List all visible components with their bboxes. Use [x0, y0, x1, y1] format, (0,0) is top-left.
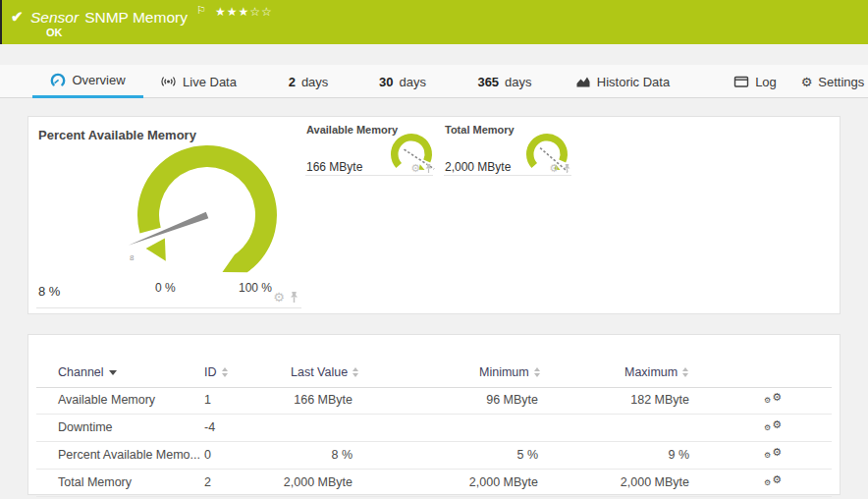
cell-maximum: 9 %	[591, 442, 689, 469]
tile-gear-icon[interactable]: ⚙	[273, 291, 285, 304]
column-header-minimum[interactable]: Minimum	[479, 365, 540, 379]
tab-live-data[interactable]: Live Data	[147, 65, 249, 98]
sensor-status-header: ✔ SensorSNMP Memory ⚐ ★★★☆☆ OK	[0, 0, 868, 44]
log-window-icon	[733, 74, 749, 89]
tab-number: 365	[477, 75, 499, 89]
area-chart-icon	[575, 74, 591, 89]
cell-minimum: 2,000 MByte	[440, 470, 538, 496]
column-header-label: Maximum	[624, 365, 678, 379]
window-edge	[0, 0, 2, 44]
sensor-title: SNMP Memory	[84, 9, 188, 26]
column-header-label: ID	[204, 365, 217, 379]
tab-label: Historic Data	[597, 75, 670, 89]
sort-icon	[534, 367, 540, 377]
cell-channel: Downtime	[58, 415, 113, 441]
tab-overview[interactable]: Overview	[32, 65, 143, 98]
tab-log[interactable]: Log	[725, 65, 786, 98]
pin-icon[interactable]	[424, 163, 433, 174]
column-header-label: Channel	[58, 365, 104, 379]
tab-30-days[interactable]: 30 days	[368, 65, 437, 98]
prtg-sensor-page: ✔ SensorSNMP Memory ⚐ ★★★☆☆ OK Overview	[0, 0, 868, 499]
page-title: SensorSNMP Memory	[30, 9, 188, 27]
channel-settings-gears-icon[interactable]: ⚙ ⚙	[764, 387, 782, 405]
priority-stars[interactable]: ★★★☆☆	[215, 5, 273, 19]
status-ok-check-icon: ✔	[11, 8, 24, 26]
tab-label: Overview	[72, 73, 125, 87]
cell-id: -4	[204, 415, 215, 441]
tab-label: Settings	[818, 75, 864, 89]
pin-icon[interactable]	[563, 163, 571, 174]
cell-maximum: 2,000 MByte	[591, 470, 689, 496]
tab-bar: Overview Live Data 2 days 30 days 365	[0, 65, 868, 98]
table-row-downtime[interactable]: Downtime -4 ⚙ ⚙	[36, 415, 832, 442]
tab-label: Live Data	[183, 75, 237, 89]
tile-gear-icon[interactable]: ⚙	[549, 163, 559, 174]
primary-gauge-value: 8 %	[38, 284, 60, 299]
mini-gauge-tile-total-memory[interactable]: Total Memory 2,000 MByte ⚙	[444, 124, 571, 176]
pin-icon[interactable]	[289, 291, 299, 304]
primary-gauge-tile[interactable]: Percent Available Memory 8 0 % 100 % 8 %…	[36, 124, 301, 308]
mini-gauge-tile-available-memory[interactable]: Available Memory 166 MByte ⚙	[305, 124, 433, 176]
cell-minimum: 96 MByte	[440, 387, 538, 414]
tab-settings[interactable]: ⚙ Settings	[797, 65, 868, 98]
sort-icon	[222, 367, 228, 377]
table-row-available-memory[interactable]: Available Memory 1 166 MByte 96 MByte 18…	[36, 387, 832, 415]
tab-2-days[interactable]: 2 days	[278, 65, 339, 98]
column-header-maximum[interactable]: Maximum	[624, 365, 688, 379]
tab-number: 2	[289, 75, 296, 89]
tab-number: 30	[379, 75, 393, 89]
tab-label: days	[400, 75, 426, 89]
column-header-label: Last Value	[291, 365, 348, 379]
column-header-last-value[interactable]: Last Value	[291, 365, 358, 379]
channels-table-panel: Channel ID Last Value Minimum Maximum Av…	[27, 334, 841, 495]
cell-id: 0	[204, 442, 211, 469]
sort-desc-icon	[109, 370, 117, 375]
channel-settings-gears-icon[interactable]: ⚙ ⚙	[764, 442, 782, 460]
cell-last-value: 8 %	[254, 442, 353, 469]
column-header-id[interactable]: ID	[204, 365, 228, 379]
mini-gauge-value: 166 MByte	[306, 160, 362, 174]
mini-gauge-value: 2,000 MByte	[445, 160, 511, 174]
mini-gauge-title: Total Memory	[445, 124, 515, 136]
channel-settings-gears-icon[interactable]: ⚙ ⚙	[764, 470, 782, 487]
cell-minimum: 5 %	[440, 442, 538, 469]
cell-id: 2	[204, 470, 211, 496]
tile-gear-icon[interactable]: ⚙	[410, 163, 420, 174]
cell-channel: Percent Available Memo...	[58, 442, 200, 469]
sensor-title-prefix: Sensor	[30, 9, 79, 26]
cell-id: 1	[204, 387, 211, 414]
channel-settings-gears-icon[interactable]: ⚙ ⚙	[764, 415, 782, 432]
sort-icon	[682, 367, 688, 377]
cell-channel: Total Memory	[58, 470, 132, 496]
cell-last-value: 2,000 MByte	[254, 470, 353, 496]
primary-gauge: 8	[119, 139, 286, 288]
cell-last-value: 166 MByte	[254, 387, 353, 414]
tab-label: days	[301, 75, 328, 89]
tab-365-days[interactable]: 365 days	[464, 65, 545, 98]
cell-channel: Available Memory	[58, 387, 155, 414]
gauge-icon	[50, 73, 66, 88]
gauge-scale-min: 0 %	[155, 281, 176, 295]
column-header-channel[interactable]: Channel	[58, 365, 117, 379]
gauge-needle-marker: 8	[130, 253, 135, 262]
live-signal-icon	[160, 74, 177, 89]
sort-icon	[353, 367, 358, 377]
table-row-total-memory[interactable]: Total Memory 2 2,000 MByte 2,000 MByte 2…	[36, 470, 832, 497]
overview-gauges-panel: Percent Available Memory 8 0 % 100 % 8 %…	[27, 116, 841, 314]
flag-icon[interactable]: ⚐	[196, 4, 206, 17]
tab-label: Log	[755, 75, 777, 89]
gear-icon: ⚙	[801, 76, 813, 88]
table-row-percent-available-memory[interactable]: Percent Available Memo... 0 8 % 5 % 9 % …	[36, 442, 832, 470]
tab-label: days	[505, 75, 531, 89]
cell-maximum: 182 MByte	[591, 387, 689, 414]
status-badge: OK	[46, 27, 63, 38]
column-header-label: Minimum	[479, 365, 529, 379]
gauge-scale-max: 100 %	[239, 281, 272, 295]
tab-historic-data[interactable]: Historic Data	[568, 65, 678, 98]
